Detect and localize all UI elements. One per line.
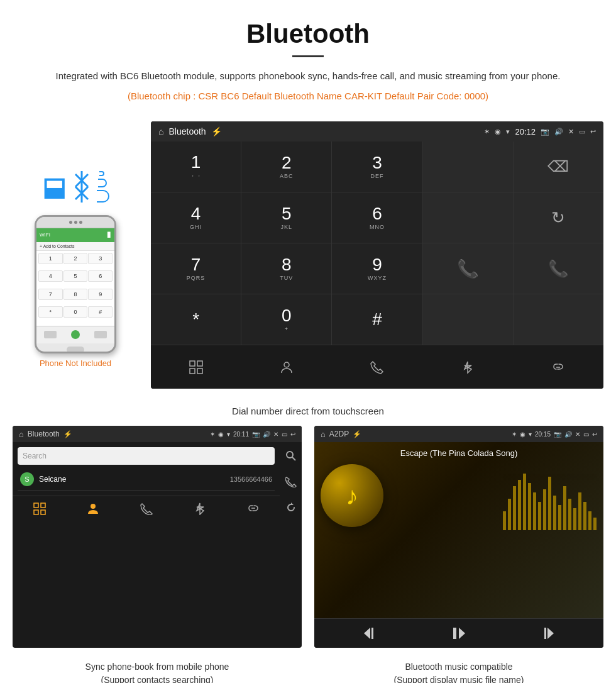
music-screen: ⌂ A2DP ⚡ ✶ ◉ ▾ 20:15 📷 🔊 ✕ ▭ ↩ Escape (T… <box>314 426 603 648</box>
dial-keypad-grid: 1 ・・ 2 ABC 3 DEF ⌫ 4 GHI <box>151 142 603 345</box>
wifi-icon: ▾ <box>506 128 510 136</box>
key-4[interactable]: 4 GHI <box>151 192 241 243</box>
volume-icon[interactable]: 🔊 <box>554 128 563 136</box>
key-star[interactable]: * <box>151 294 241 345</box>
phone-section: ⬓ WIFI <box>13 121 138 389</box>
key-7[interactable]: 7 PQRS <box>151 243 241 294</box>
pb-nav-bluetooth[interactable] <box>194 503 206 515</box>
pb-title: Bluetooth <box>28 430 60 438</box>
page-title: Bluetooth <box>38 19 578 49</box>
redial-icon: ↻ <box>551 208 565 228</box>
end-call-button[interactable]: 📞 <box>514 243 603 294</box>
phone-dot-3 <box>79 221 82 224</box>
key-hash[interactable]: # <box>332 294 422 345</box>
phone-status-text: WIFI <box>40 232 50 238</box>
x-icon[interactable]: ✕ <box>568 128 574 136</box>
camera-icon[interactable]: 📷 <box>541 128 549 136</box>
key-9[interactable]: 9 WXYZ <box>332 243 422 294</box>
phone-dot-1 <box>69 221 72 224</box>
music-waveform <box>503 467 597 530</box>
svg-rect-14 <box>41 510 45 514</box>
pb-bt-icon: ✶ <box>210 431 215 438</box>
music-back-icon: ↩ <box>592 431 597 438</box>
arc-small <box>99 171 104 176</box>
phone-icon <box>370 360 384 374</box>
pb-x-icon: ✕ <box>273 431 278 438</box>
grid-icon <box>189 360 203 374</box>
phone-key-star[interactable]: * <box>38 306 63 318</box>
key-1[interactable]: 1 ・・ <box>151 142 241 192</box>
main-content: ⬓ WIFI <box>0 121 616 389</box>
svg-rect-23 <box>518 480 521 530</box>
pb-nav-person[interactable] <box>87 503 99 515</box>
pb-nav-phone[interactable] <box>140 503 153 515</box>
phone-key-9[interactable]: 9 <box>88 289 113 300</box>
play-pause-button[interactable] <box>451 625 467 641</box>
svg-line-18 <box>292 457 295 460</box>
key-3[interactable]: 3 DEF <box>332 142 422 192</box>
music-home-icon[interactable]: ⌂ <box>321 430 326 439</box>
key-2[interactable]: 2 ABC <box>241 142 331 192</box>
svg-marker-42 <box>459 628 465 639</box>
android-dial-screen: ⌂ Bluetooth ⚡ ✶ ◉ ▾ 20:12 📷 🔊 ✕ ▭ ↩ <box>151 121 603 389</box>
phone-bottom-bar <box>36 326 114 343</box>
key-empty-1 <box>423 142 513 192</box>
phone-key-hash[interactable]: # <box>88 306 113 318</box>
arc-large <box>97 190 109 203</box>
phone-key-3[interactable]: 3 <box>88 253 113 264</box>
pb-nav-grid[interactable] <box>33 503 46 515</box>
phonebook-status-bar: ⌂ Bluetooth ⚡ ✶ ◉ ▾ 20:11 📷 🔊 ✕ ▭ ↩ <box>13 426 302 442</box>
key-5[interactable]: 5 JKL <box>241 192 331 243</box>
pb-call-icon[interactable] <box>285 476 297 487</box>
nav-person[interactable] <box>241 345 332 389</box>
phone-key-4[interactable]: 4 <box>38 270 63 282</box>
contact-number: 13566664466 <box>230 475 272 483</box>
call-button[interactable]: 📞 <box>423 243 513 294</box>
back-icon[interactable]: ↩ <box>590 128 596 136</box>
phone-key-7[interactable]: 7 <box>38 289 63 300</box>
next-button[interactable] <box>539 625 555 641</box>
nav-link[interactable] <box>513 345 603 389</box>
music-bt-icon: ✶ <box>512 431 517 438</box>
search-placeholder-text: Search <box>23 452 270 460</box>
phone-key-8[interactable]: 8 <box>63 289 88 300</box>
phone-key-1[interactable]: 1 <box>38 253 63 264</box>
pb-loc-icon: ◉ <box>218 431 224 438</box>
phone-key-0[interactable]: 0 <box>63 306 88 318</box>
music-loc-icon: ◉ <box>520 431 525 438</box>
nav-phone[interactable] <box>332 345 422 389</box>
music-song-title: Escape (The Pina Colada Song) <box>400 448 517 458</box>
nav-bluetooth[interactable] <box>422 345 513 389</box>
phone-menu-btn <box>94 331 107 338</box>
phonebook-caption: Sync phone-book from mobile phone(Suppor… <box>13 660 302 683</box>
backspace-key[interactable]: ⌫ <box>514 142 603 192</box>
pb-nav-link[interactable] <box>247 503 260 515</box>
svg-rect-40 <box>371 628 373 639</box>
bluetooth-icon-svg <box>66 168 97 206</box>
svg-rect-30 <box>553 496 556 530</box>
dial-status-bar: ⌂ Bluetooth ⚡ ✶ ◉ ▾ 20:12 📷 🔊 ✕ ▭ ↩ <box>151 121 603 142</box>
phone-call-btn[interactable] <box>71 330 80 339</box>
pb-refresh-icon[interactable] <box>285 502 297 513</box>
phone-key-5[interactable]: 5 <box>63 270 88 282</box>
phone-key-2[interactable]: 2 <box>63 253 88 264</box>
svg-point-17 <box>287 452 293 458</box>
pb-home-icon[interactable]: ⌂ <box>19 430 24 439</box>
key-8[interactable]: 8 TUV <box>241 243 331 294</box>
phone-key-6[interactable]: 6 <box>88 270 113 282</box>
home-icon[interactable]: ⌂ <box>158 126 163 136</box>
bluetooth-nav-icon <box>461 360 475 374</box>
redial-key[interactable]: ↻ <box>514 192 603 243</box>
search-bar[interactable]: Search <box>18 447 275 465</box>
phone-home-btn[interactable] <box>67 347 84 353</box>
screen-icon[interactable]: ▭ <box>579 128 585 136</box>
person-icon <box>280 360 294 374</box>
key-0[interactable]: 0 + <box>241 294 331 345</box>
pb-search-icon[interactable] <box>285 450 297 462</box>
svg-point-15 <box>91 504 96 509</box>
nav-grid[interactable] <box>151 345 241 389</box>
key-6[interactable]: 6 MNO <box>332 192 422 243</box>
end-call-icon: 📞 <box>548 259 568 279</box>
phone-keypad: 1 2 3 4 5 6 7 8 9 * 0 # <box>36 251 114 326</box>
prev-button[interactable] <box>363 625 379 641</box>
